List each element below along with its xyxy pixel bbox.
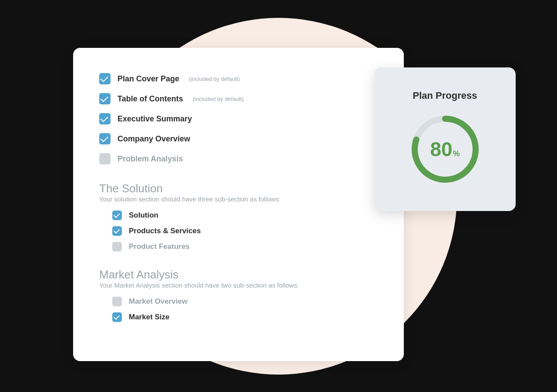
item-label-table-of-contents: Table of Contents <box>117 94 183 104</box>
checkbox-table-of-contents[interactable] <box>99 93 111 104</box>
market-section-title: Market Analysis <box>99 268 378 281</box>
donut-percent-symbol: % <box>453 149 460 158</box>
market-section-desc: Your Market Analysis section should have… <box>99 281 378 289</box>
checkbox-executive-summary[interactable] <box>99 113 111 124</box>
checkbox-company-overview[interactable] <box>99 133 111 144</box>
item-label-product-features: Product Features <box>129 242 190 251</box>
checkbox-problem-analysis[interactable] <box>99 153 111 164</box>
item-label-solution: Solution <box>129 211 158 220</box>
list-item[interactable]: Products & Services <box>112 224 378 238</box>
item-label-executive-summary: Executive Summary <box>117 114 192 124</box>
main-checklist: Plan Cover Page (included by default) Ta… <box>99 70 378 168</box>
solution-section-header: The Solution Your solution section shoul… <box>99 182 378 203</box>
list-item[interactable]: Market Size <box>112 310 378 325</box>
solution-section-title: The Solution <box>99 182 378 195</box>
list-item[interactable]: Market Overview <box>112 294 378 309</box>
checkbox-solution[interactable] <box>112 211 122 220</box>
checkbox-plan-cover-page[interactable] <box>99 73 111 84</box>
list-item[interactable]: Product Features <box>112 239 378 254</box>
checkbox-products-services[interactable] <box>112 226 122 236</box>
item-label-market-overview: Market Overview <box>129 297 188 306</box>
item-label-products-services: Products & Services <box>129 227 201 235</box>
item-label-company-overview: Company Overview <box>117 134 190 144</box>
checkbox-market-overview[interactable] <box>112 297 122 306</box>
item-label-market-size: Market Size <box>129 313 170 322</box>
solution-section-desc: Your solution section should have three … <box>99 195 378 203</box>
plan-progress-title: Plan Progress <box>413 90 477 101</box>
item-note-plan-cover-page: (included by default) <box>189 76 240 82</box>
list-item[interactable]: Problem Analysis <box>99 150 378 168</box>
list-item[interactable]: Table of Contents (included by default) <box>99 90 378 108</box>
scene: Plan Cover Page (included by default) Ta… <box>0 0 557 392</box>
list-item[interactable]: Company Overview <box>99 130 378 148</box>
list-item[interactable]: Executive Summary <box>99 110 378 128</box>
list-item[interactable]: Solution <box>112 208 378 223</box>
donut-center: 80 % <box>430 137 460 161</box>
market-section-header: Market Analysis Your Market Analysis sec… <box>99 268 378 289</box>
solution-checklist: Solution Products & Services Product Fea… <box>99 208 378 254</box>
list-item[interactable]: Plan Cover Page (included by default) <box>99 70 378 88</box>
checkbox-market-size[interactable] <box>112 312 122 322</box>
item-label-problem-analysis: Problem Analysis <box>117 154 183 164</box>
donut-percent-number: 80 <box>430 137 452 161</box>
market-checklist: Market Overview Market Size <box>99 294 378 325</box>
checkbox-product-features[interactable] <box>112 242 122 251</box>
item-label-plan-cover-page: Plan Cover Page <box>117 74 179 84</box>
donut-chart: 80 % <box>406 110 484 188</box>
plan-progress-card: Plan Progress 80 % <box>374 67 516 211</box>
main-card: Plan Cover Page (included by default) Ta… <box>73 48 404 361</box>
item-note-table-of-contents: (included by default) <box>193 96 244 102</box>
